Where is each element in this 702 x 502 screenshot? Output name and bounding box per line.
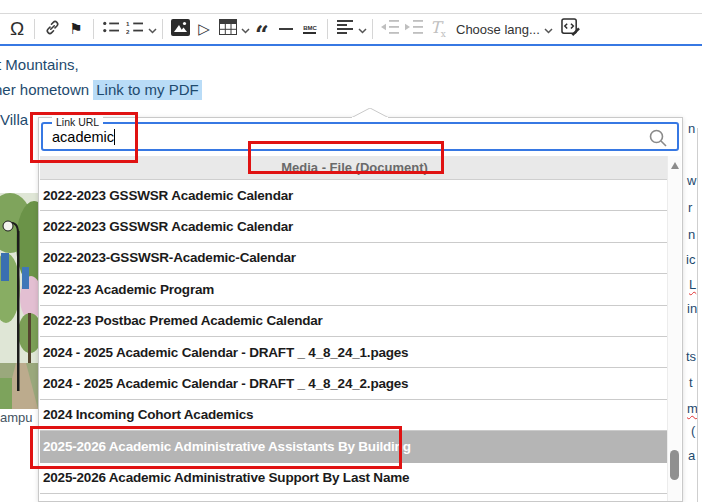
link-suggestion-list: 2022-2023 GSSWSR Academic Calendar 2022-… — [40, 180, 669, 494]
chevron-down-icon[interactable] — [148, 20, 157, 38]
document-line-hometown: her hometown Link to my PDF — [0, 81, 202, 98]
editor-screen: Ω ⚑ — [0, 0, 702, 502]
document-right-border — [697, 128, 698, 502]
scroll-up-arrow-icon[interactable] — [671, 162, 679, 169]
list-item[interactable]: 2024 - 2025 Academic Calendar - DRAFT _ … — [40, 368, 669, 399]
list-item[interactable]: 2022-2023 GSSWSR Academic Calendar — [40, 211, 669, 242]
remove-format-icon: Tx — [430, 18, 446, 39]
doc-fragment: t — [689, 375, 693, 390]
toolbar-separator — [93, 19, 94, 39]
numbered-list-icon: 1 2 — [126, 19, 144, 39]
list-item[interactable]: 2022-23 Postbac Premed Academic Calendar — [40, 306, 669, 337]
source-editing-button[interactable] — [559, 16, 583, 42]
table-icon — [219, 19, 237, 39]
link-button[interactable] — [40, 16, 64, 42]
doc-fragment: ( — [691, 423, 695, 438]
toolbar-separator — [162, 19, 163, 39]
play-icon: ▷ — [198, 20, 210, 38]
link-url-label: Link URL — [52, 116, 103, 128]
remove-format-button: Tx — [426, 16, 450, 42]
quote-icon: “ — [255, 18, 269, 40]
scrollbar-thumb[interactable] — [670, 450, 679, 480]
document-line-mountains: t Mountains, — [0, 56, 79, 73]
bmc-break-icon: BMC — [303, 25, 317, 34]
editor-toolbar: Ω ⚑ — [0, 13, 702, 46]
doc-fragment: r — [688, 200, 692, 215]
omega-icon: Ω — [10, 18, 24, 40]
numbered-list-button[interactable]: 1 2 — [123, 16, 147, 42]
list-item-selected[interactable]: 2025-2026 Academic Administrative Assist… — [40, 431, 669, 462]
doc-fragment: n — [688, 227, 695, 242]
doc-fragment: n — [688, 121, 695, 136]
photo-caption: ampu — [0, 410, 33, 425]
outdent-icon — [381, 20, 399, 38]
link-url-field[interactable]: Link URL academic — [41, 122, 679, 151]
list-item[interactable]: 2022-2023 GSSWSR Academic Calendar — [40, 180, 669, 211]
media-embed-button[interactable]: ▷ — [192, 16, 216, 42]
special-character-button[interactable]: Ω — [5, 16, 29, 42]
link-url-value[interactable]: academic — [43, 129, 114, 145]
source-edit-icon — [561, 18, 580, 40]
flag-icon: ⚑ — [69, 20, 82, 38]
doc-fragment: in — [687, 301, 697, 316]
alignment-button[interactable] — [333, 16, 357, 42]
balloon-caret — [351, 108, 389, 118]
search-icon — [648, 128, 668, 152]
image-icon — [171, 19, 190, 40]
doc-fragment: L — [689, 277, 696, 292]
doc-fragment: a — [688, 448, 695, 463]
toolbar-separator — [372, 19, 373, 39]
campus-photo — [0, 193, 38, 409]
alignment-icon — [337, 20, 354, 38]
indent-button — [402, 16, 426, 42]
list-item[interactable]: 2022-2023-GSSWSR-Academic-Calendar — [40, 243, 669, 274]
list-item[interactable]: 2025-2026 Academic Administrative Suppor… — [40, 463, 669, 494]
document-line-villa: Villa — [0, 111, 28, 128]
list-scrollbar[interactable] — [667, 156, 681, 501]
outdent-button — [378, 16, 402, 42]
link-balloon-panel: Link URL academic Media - File (Document… — [38, 117, 683, 502]
image-button[interactable] — [168, 16, 192, 42]
horizontal-line-button[interactable] — [274, 16, 298, 42]
svg-text:1: 1 — [126, 20, 130, 27]
chevron-down-icon[interactable] — [241, 20, 250, 38]
selected-link-text[interactable]: Link to my PDF — [93, 80, 202, 100]
list-item[interactable]: 2024 - 2025 Academic Calendar - DRAFT _ … — [40, 337, 669, 368]
toolbar-separator — [34, 19, 35, 39]
doc-fragment: w — [687, 173, 696, 188]
list-item[interactable]: 2024 Incoming Cohort Academics — [40, 400, 669, 431]
link-icon — [44, 19, 61, 40]
bookmark-flag-button[interactable]: ⚑ — [64, 16, 88, 42]
doc-fragment: ic — [686, 252, 695, 267]
list-item[interactable]: 2022-23 Academic Program — [40, 274, 669, 305]
indent-icon — [405, 20, 423, 38]
horizontal-line-icon — [279, 28, 293, 30]
table-button[interactable] — [216, 16, 240, 42]
text-cursor — [114, 129, 115, 145]
chevron-down-icon[interactable] — [544, 20, 553, 38]
toolbar-separator — [327, 19, 328, 39]
chevron-down-icon[interactable] — [358, 20, 367, 38]
bulleted-list-icon — [102, 19, 120, 39]
svg-text:2: 2 — [126, 28, 130, 35]
bmc-break-button[interactable]: BMC — [298, 16, 322, 42]
media-group-header: Media - File (Document) — [40, 156, 669, 180]
bulleted-list-button[interactable] — [99, 16, 123, 42]
language-dropdown[interactable]: Choose lang... — [450, 22, 543, 37]
doc-fragment: ts — [686, 349, 696, 364]
block-quote-button[interactable]: “ — [250, 16, 274, 42]
